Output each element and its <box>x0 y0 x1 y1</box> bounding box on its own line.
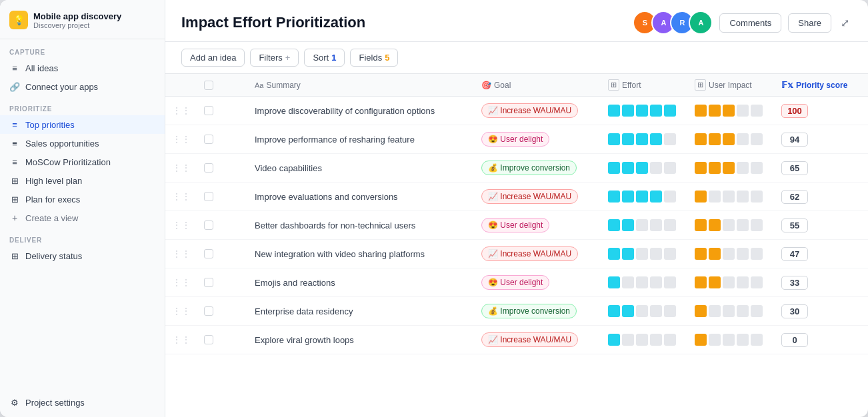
impact-dot <box>695 105 707 117</box>
impact-dot <box>751 305 763 317</box>
effort-dot <box>608 133 620 145</box>
row-summary: Video capabilities <box>248 154 475 183</box>
sidebar-item-high-level-plan-label: High level plan <box>25 176 82 186</box>
effort-dot <box>622 276 634 288</box>
row-effort <box>601 125 688 154</box>
impact-dot <box>737 105 749 117</box>
list-icon-2: ≡ <box>9 119 20 130</box>
impact-dot <box>695 276 707 288</box>
sort-label: Sort <box>313 53 329 63</box>
drag-handle[interactable]: ⋮⋮ <box>165 297 197 326</box>
sidebar: 💡 Mobile app discovery Discovery project… <box>0 0 165 417</box>
row-goal: 😍 User delight <box>475 211 601 240</box>
impact-dot <box>751 248 763 260</box>
impact-dot <box>709 305 721 317</box>
ideas-table: Aa Summary 🎯 Goal ⊞ Effort ⊞ User Impact <box>165 74 868 354</box>
th-impact: ⊞ User Impact <box>688 74 775 97</box>
list-icon-4: ≡ <box>9 157 20 167</box>
effort-dot <box>636 276 648 288</box>
row-checkbox[interactable] <box>204 278 213 287</box>
sidebar-item-moscow[interactable]: ≡ MoSCow Prioritization <box>0 153 165 171</box>
sidebar-item-plan-for-execs[interactable]: ⊞ Plan for execs <box>0 190 165 209</box>
row-checkbox-cell <box>197 97 248 125</box>
sidebar-item-delivery-status-label: Delivery status <box>25 251 82 261</box>
app-info: Mobile app discovery Discovery project <box>33 11 121 29</box>
comments-button[interactable]: Comments <box>719 13 781 33</box>
sidebar-item-connect-apps[interactable]: 🔗 Connect your apps <box>0 77 165 96</box>
sort-button[interactable]: Sort 1 <box>304 49 345 67</box>
priority-col-icon: 𝔽𝕩 <box>781 80 793 90</box>
row-checkbox[interactable] <box>204 163 213 173</box>
share-button[interactable]: Share <box>788 13 831 33</box>
impact-dot <box>737 133 749 145</box>
goal-badge: 😍 User delight <box>481 275 549 290</box>
row-priority-score: 100 <box>775 97 868 125</box>
add-idea-button[interactable]: Add an idea <box>181 49 245 67</box>
impact-dot <box>723 276 735 288</box>
effort-dot <box>622 305 634 317</box>
priority-score-value: 100 <box>781 104 808 118</box>
goal-col-icon: 🎯 <box>481 81 491 90</box>
table-row: ⋮⋮Enterprise data residency💰 Improve con… <box>165 297 868 326</box>
impact-dot <box>695 191 707 203</box>
row-checkbox[interactable] <box>204 306 213 316</box>
impact-dot <box>751 219 763 231</box>
impact-dot <box>709 133 721 145</box>
table-header-row: Aa Summary 🎯 Goal ⊞ Effort ⊞ User Impact <box>165 74 868 97</box>
table-row: ⋮⋮Emojis and reactions😍 User delight33 <box>165 268 868 297</box>
sidebar-item-all-ideas[interactable]: ≡ All ideas <box>0 59 165 77</box>
row-checkbox[interactable] <box>204 220 213 230</box>
avatar-group: S A R A <box>633 11 713 35</box>
fields-button[interactable]: Fields 5 <box>350 49 398 67</box>
drag-handle[interactable]: ⋮⋮ <box>165 211 197 240</box>
effort-dot <box>622 191 634 203</box>
main-header: Impact Effort Prioritization S A R A Com… <box>165 0 868 42</box>
drag-handle[interactable]: ⋮⋮ <box>165 97 197 125</box>
row-checkbox[interactable] <box>204 335 213 344</box>
row-summary: New integration with video sharing platf… <box>248 240 475 268</box>
effort-dot <box>664 219 676 231</box>
drag-handle[interactable]: ⋮⋮ <box>165 326 197 354</box>
row-summary: Emojis and reactions <box>248 268 475 297</box>
drag-handle[interactable]: ⋮⋮ <box>165 125 197 154</box>
expand-button[interactable]: ⤢ <box>838 14 852 32</box>
effort-dot <box>650 219 662 231</box>
sidebar-item-top-priorities[interactable]: ≡ Top priorities <box>0 115 165 134</box>
drag-handle[interactable]: ⋮⋮ <box>165 240 197 268</box>
goal-badge: 💰 Improve conversion <box>481 304 577 318</box>
row-checkbox-cell <box>197 326 248 354</box>
row-checkbox[interactable] <box>204 135 213 144</box>
sidebar-item-high-level-plan[interactable]: ⊞ High level plan <box>0 171 165 190</box>
row-summary: Explore viral growth loops <box>248 326 475 354</box>
sidebar-item-delivery-status[interactable]: ⊞ Delivery status <box>0 246 165 265</box>
drag-handle[interactable]: ⋮⋮ <box>165 183 197 211</box>
sidebar-item-sales-opportunities[interactable]: ≡ Sales opportunities <box>0 134 165 153</box>
filters-button[interactable]: Filters + <box>250 49 299 67</box>
row-checkbox[interactable] <box>204 249 213 258</box>
row-checkbox-cell <box>197 125 248 154</box>
select-all-checkbox[interactable] <box>204 81 213 90</box>
row-impact <box>688 125 775 154</box>
table-row: ⋮⋮Video capabilities💰 Improve conversion… <box>165 154 868 183</box>
sort-badge: 1 <box>331 53 336 63</box>
drag-handle[interactable]: ⋮⋮ <box>165 268 197 297</box>
row-checkbox[interactable] <box>204 192 213 201</box>
row-effort <box>601 97 688 125</box>
effort-dot <box>608 191 620 203</box>
row-effort <box>601 154 688 183</box>
sidebar-item-project-settings[interactable]: ⚙ Project settings <box>0 393 165 412</box>
effort-dot <box>650 105 662 117</box>
drag-handle[interactable]: ⋮⋮ <box>165 154 197 183</box>
impact-dot <box>723 162 735 174</box>
row-checkbox[interactable] <box>204 106 213 115</box>
row-goal: 😍 User delight <box>475 125 601 154</box>
sidebar-item-create-view[interactable]: + Create a view <box>0 209 165 227</box>
impact-dot <box>695 248 707 260</box>
gear-icon: ⚙ <box>9 397 20 408</box>
table-row: ⋮⋮Improve performance of resharing featu… <box>165 125 868 154</box>
effort-dot <box>636 219 648 231</box>
page-title: Impact Effort Prioritization <box>181 14 365 31</box>
row-impact <box>688 97 775 125</box>
app-icon: 💡 <box>9 11 28 29</box>
effort-dot <box>664 276 676 288</box>
